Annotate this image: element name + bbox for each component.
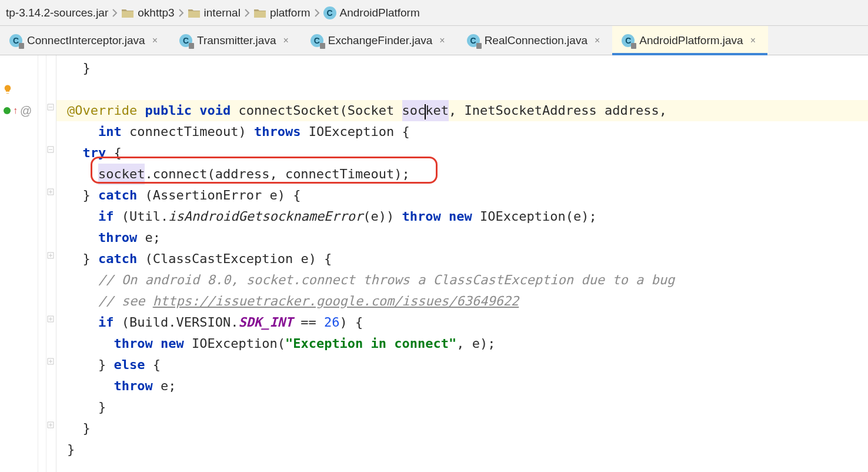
class-icon: C [622, 34, 635, 47]
fold-icon[interactable] [47, 104, 54, 111]
code-line: if (Util.isAndroidGetsocknameError(e)) t… [67, 206, 868, 227]
editor-tabs: CConnectInterceptor.java×CTransmitter.ja… [0, 26, 868, 55]
close-icon[interactable]: × [592, 34, 602, 47]
gutter: ↑ @ [0, 55, 56, 472]
breadcrumb-label: AndroidPlatform [340, 6, 420, 19]
close-icon[interactable]: × [150, 34, 160, 47]
editor-tab[interactable]: CAndroidPlatform.java× [612, 26, 768, 55]
code-line: throw new IOException("Exception in conn… [67, 333, 868, 354]
svg-rect-0 [122, 11, 133, 18]
code-line: int connectTimeout) throws IOException { [67, 121, 868, 142]
code-line: } catch (AssertionError e) { [67, 185, 868, 206]
folder-icon [121, 8, 134, 18]
breadcrumb-item[interactable]: okhttp3 [119, 6, 176, 19]
editor-tab[interactable]: CTransmitter.java× [170, 26, 301, 55]
fold-icon[interactable] [47, 188, 54, 195]
code-area[interactable]: } @Override public void connectSocket(So… [56, 55, 868, 472]
fold-icon[interactable] [47, 315, 54, 323]
code-line: } [67, 418, 868, 439]
code-line: throw e; [67, 227, 868, 248]
lightbulb-icon [2, 84, 13, 95]
breadcrumb-item[interactable]: platform [251, 6, 313, 19]
breadcrumb-label: tp-3.14.2-sources.jar [6, 6, 108, 19]
code-line: } else { [67, 354, 868, 375]
tab-label: AndroidPlatform.java [639, 34, 743, 47]
fold-icon[interactable] [47, 146, 54, 153]
text-caret [425, 104, 426, 119]
breadcrumb-label: internal [204, 6, 241, 19]
chevron-right-icon [178, 8, 184, 18]
close-icon[interactable]: × [437, 34, 447, 47]
code-line: throw e; [67, 375, 868, 397]
code-line [67, 79, 868, 100]
fold-icon[interactable] [47, 252, 54, 259]
editor-tab[interactable]: CRealConnection.java× [458, 26, 613, 55]
annotation-icon: @ [20, 104, 32, 118]
up-arrow-icon: ↑ [13, 105, 18, 116]
code-line: } catch (ClassCastException e) { [67, 248, 868, 270]
code-line: // see https://issuetracker.google.com/i… [67, 291, 868, 312]
breadcrumb-label: platform [270, 6, 311, 19]
chevron-right-icon [244, 8, 250, 18]
code-line: socket.connect(address, connectTimeout); [67, 164, 868, 185]
class-icon: C [179, 34, 192, 47]
breadcrumb-label: okhttp3 [138, 6, 174, 19]
close-icon[interactable]: × [748, 34, 758, 47]
code-line: // On android 8.0, socket.connect throws… [67, 270, 868, 291]
chevron-right-icon [314, 8, 320, 18]
code-line: @Override public void connectSocket(Sock… [56, 100, 868, 121]
intention-bulb[interactable] [0, 79, 56, 100]
code-line: } [67, 439, 868, 460]
class-icon: C [9, 34, 22, 47]
folder-icon [253, 8, 266, 18]
tab-label: RealConnection.java [485, 34, 587, 47]
breadcrumb: tp-3.14.2-sources.jarokhttp3internalplat… [0, 0, 868, 26]
tab-label: ConnectInterceptor.java [27, 34, 145, 47]
code-line: } [67, 58, 868, 79]
class-icon: C [323, 6, 336, 19]
editor: ↑ @ } @Override public void connectSocke… [0, 55, 868, 472]
breadcrumb-item[interactable]: internal [185, 6, 243, 19]
editor-tab[interactable]: CConnectInterceptor.java× [0, 26, 170, 55]
code-line: if (Build.VERSION.SDK_INT == 26) { [67, 312, 868, 333]
close-icon[interactable]: × [281, 34, 291, 47]
class-icon: C [311, 34, 323, 47]
editor-tab[interactable]: CExchangeFinder.java× [301, 26, 458, 55]
fold-icon[interactable] [47, 421, 54, 428]
tab-label: ExchangeFinder.java [328, 34, 432, 47]
svg-rect-1 [188, 11, 200, 18]
breadcrumb-item[interactable]: tp-3.14.2-sources.jar [4, 6, 111, 19]
tab-label: Transmitter.java [197, 34, 276, 47]
fold-icon[interactable] [47, 358, 54, 365]
svg-rect-2 [254, 11, 266, 18]
code-line: try { [67, 142, 868, 164]
code-line: } [67, 397, 868, 418]
folder-icon [188, 8, 201, 18]
breadcrumb-item[interactable]: CAndroidPlatform [321, 6, 422, 19]
override-icon [4, 107, 11, 114]
class-icon: C [467, 34, 480, 47]
chevron-right-icon [112, 8, 118, 18]
